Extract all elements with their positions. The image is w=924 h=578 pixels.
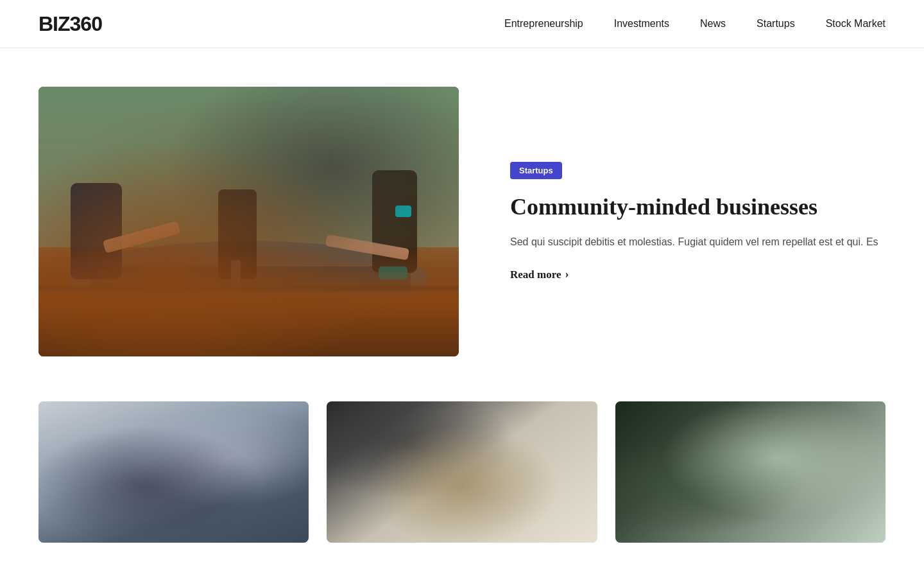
featured-article: Startups Community-minded businesses Sed… bbox=[38, 87, 886, 356]
svg-rect-16 bbox=[46, 401, 302, 543]
featured-excerpt: Sed qui suscipit debitis et molestias. F… bbox=[510, 234, 886, 250]
site-header: BIZ360 Entrepreneurship Investments News… bbox=[0, 0, 924, 48]
svg-rect-36 bbox=[449, 469, 556, 536]
card-2-svg bbox=[327, 401, 597, 543]
featured-image-placeholder bbox=[38, 87, 459, 356]
main-content: Startups Community-minded businesses Sed… bbox=[0, 48, 924, 543]
svg-rect-9 bbox=[231, 260, 241, 299]
svg-rect-24 bbox=[238, 504, 264, 530]
svg-rect-39 bbox=[497, 514, 505, 526]
svg-rect-15 bbox=[46, 401, 302, 478]
svg-rect-27 bbox=[398, 408, 526, 491]
featured-content: Startups Community-minded businesses Sed… bbox=[510, 162, 886, 282]
read-more-label: Read more bbox=[510, 268, 561, 281]
svg-rect-8 bbox=[325, 234, 409, 260]
svg-point-47 bbox=[635, 408, 712, 472]
svg-rect-1 bbox=[38, 247, 459, 356]
nav-startups[interactable]: Startups bbox=[757, 18, 795, 30]
nav-news[interactable]: News bbox=[700, 18, 726, 30]
svg-rect-34 bbox=[406, 466, 425, 472]
svg-rect-32 bbox=[452, 455, 471, 462]
svg-rect-37 bbox=[475, 514, 484, 528]
svg-line-43 bbox=[520, 528, 536, 541]
svg-rect-7 bbox=[103, 221, 180, 253]
svg-rect-31 bbox=[429, 455, 448, 462]
featured-title: Community-minded businesses bbox=[510, 193, 886, 221]
card-image-3 bbox=[615, 401, 886, 543]
svg-rect-0 bbox=[38, 87, 459, 356]
svg-rect-40 bbox=[452, 475, 472, 485]
svg-rect-44 bbox=[373, 491, 390, 536]
svg-rect-33 bbox=[475, 455, 494, 462]
svg-rect-3 bbox=[90, 267, 411, 292]
svg-rect-46 bbox=[622, 401, 801, 491]
svg-rect-20 bbox=[193, 464, 225, 519]
svg-rect-14 bbox=[46, 401, 302, 543]
svg-point-2 bbox=[69, 241, 428, 318]
svg-line-59 bbox=[821, 487, 853, 496]
svg-rect-11 bbox=[379, 267, 407, 279]
svg-rect-53 bbox=[792, 424, 875, 539]
svg-line-61 bbox=[823, 501, 850, 508]
article-card-grid bbox=[38, 401, 886, 543]
svg-rect-12 bbox=[38, 286, 459, 291]
card-3-svg bbox=[615, 401, 886, 543]
svg-rect-38 bbox=[486, 510, 495, 527]
card-1-svg bbox=[38, 401, 309, 543]
svg-rect-28 bbox=[401, 411, 523, 488]
read-more-chevron: › bbox=[565, 268, 569, 281]
nav-investments[interactable]: Investments bbox=[614, 18, 669, 30]
svg-rect-50 bbox=[622, 491, 878, 543]
svg-line-60 bbox=[822, 494, 854, 502]
card-2[interactable] bbox=[327, 401, 597, 543]
svg-rect-26 bbox=[334, 401, 590, 543]
main-nav: Entrepreneurship Investments News Startu… bbox=[504, 18, 886, 30]
card-image-2 bbox=[327, 401, 597, 543]
svg-rect-56 bbox=[808, 448, 816, 459]
svg-point-42 bbox=[492, 498, 522, 529]
featured-image-svg bbox=[38, 87, 459, 356]
svg-rect-10 bbox=[395, 206, 411, 217]
svg-point-48 bbox=[692, 401, 782, 469]
svg-point-19 bbox=[194, 433, 224, 466]
card-3[interactable] bbox=[615, 401, 886, 543]
svg-rect-58 bbox=[814, 477, 868, 539]
svg-rect-52 bbox=[789, 421, 878, 543]
nav-stock-market[interactable]: Stock Market bbox=[826, 18, 886, 30]
svg-point-54 bbox=[808, 432, 859, 486]
svg-rect-51 bbox=[622, 498, 878, 504]
featured-image bbox=[38, 87, 459, 356]
svg-point-17 bbox=[129, 435, 161, 471]
nav-entrepreneurship[interactable]: Entrepreneurship bbox=[504, 18, 583, 30]
category-badge[interactable]: Startups bbox=[510, 162, 562, 179]
svg-rect-62 bbox=[731, 401, 763, 421]
svg-rect-23 bbox=[97, 523, 257, 543]
svg-rect-57 bbox=[848, 448, 855, 459]
card-image-1 bbox=[38, 401, 309, 543]
svg-rect-18 bbox=[129, 469, 161, 520]
card-1[interactable] bbox=[38, 401, 309, 543]
svg-rect-25 bbox=[251, 511, 277, 536]
svg-rect-45 bbox=[622, 401, 878, 543]
svg-rect-22 bbox=[160, 503, 220, 538]
read-more-link[interactable]: Read more › bbox=[510, 268, 886, 281]
site-logo[interactable]: BIZ360 bbox=[38, 12, 102, 36]
svg-rect-21 bbox=[158, 501, 222, 543]
svg-rect-55 bbox=[805, 484, 862, 541]
svg-rect-6 bbox=[218, 189, 257, 279]
svg-point-49 bbox=[744, 421, 808, 472]
svg-rect-13 bbox=[38, 299, 459, 304]
svg-rect-5 bbox=[372, 170, 417, 273]
svg-rect-29 bbox=[403, 453, 521, 485]
svg-rect-4 bbox=[71, 183, 122, 279]
svg-rect-35 bbox=[429, 466, 461, 472]
svg-rect-30 bbox=[406, 455, 425, 462]
svg-point-41 bbox=[489, 496, 525, 532]
